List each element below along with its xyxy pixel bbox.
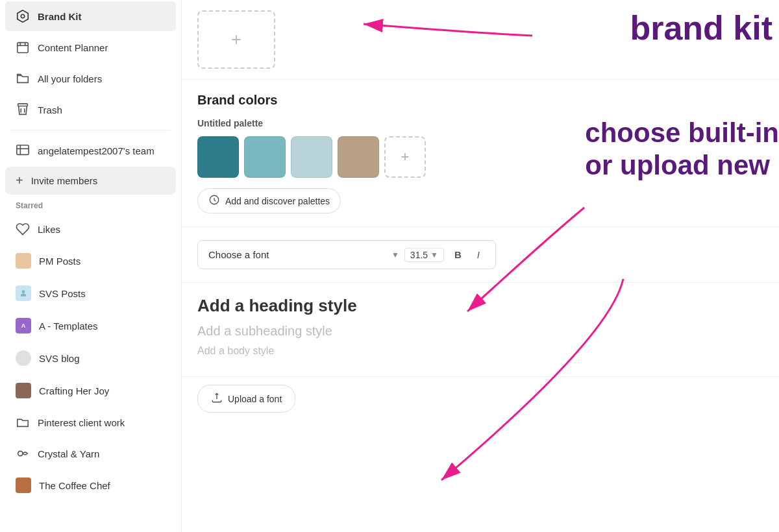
starred-section-label: Starred <box>0 196 181 213</box>
palette-discover-icon <box>208 194 220 208</box>
crafting-her-joy-avatar <box>16 383 31 398</box>
content-planner-icon <box>16 40 30 54</box>
heart-icon <box>16 222 30 236</box>
svg-point-12 <box>18 451 23 455</box>
add-palette-button[interactable]: Add and discover palettes <box>197 188 341 213</box>
swatch-teal-medium[interactable] <box>244 136 286 178</box>
brand-colors-section: Brand colors Untitled palette + Add and … <box>182 80 779 227</box>
sidebar-team-label: angelatempest2007's team <box>38 145 155 156</box>
sidebar-invite-members[interactable]: + Invite members <box>5 167 176 195</box>
font-size-chevron-icon: ▼ <box>430 250 438 260</box>
sidebar-a-templates-label: A - Templates <box>39 320 98 332</box>
sidebar-pm-posts-label: PM Posts <box>39 256 80 267</box>
sidebar-item-likes[interactable]: Likes <box>5 214 176 244</box>
sidebar-crystal-label: Crystal & Yarn <box>38 448 99 459</box>
typography-section: Add a heading style Add a subheading sty… <box>182 283 779 377</box>
sidebar-item-a-templates[interactable]: A A - Templates <box>5 310 176 341</box>
sidebar-item-trash[interactable]: Trash <box>5 95 176 125</box>
svg-rect-5 <box>18 104 28 106</box>
folders-icon <box>16 71 30 86</box>
sidebar-pinterest-label: Pinterest client work <box>38 417 125 428</box>
font-size-selector[interactable]: 31.5 ▼ <box>404 248 444 262</box>
sidebar-item-content-planner[interactable]: Content Planner <box>5 32 176 62</box>
sidebar-svs-blog-label: SVS blog <box>39 353 80 364</box>
pinterest-folder-icon <box>16 415 30 429</box>
sidebar-item-pm-posts[interactable]: PM Posts <box>5 245 176 276</box>
subheading-style-preview[interactable]: Add a subheading style <box>197 324 763 339</box>
a-templates-avatar: A <box>16 318 31 333</box>
svs-posts-avatar <box>16 285 31 301</box>
trash-icon <box>16 103 30 117</box>
sidebar-trash-label: Trash <box>38 104 62 115</box>
sidebar-crafting-label: Crafting Her Joy <box>39 385 109 396</box>
svs-blog-avatar <box>16 350 31 366</box>
svg-rect-8 <box>17 145 29 155</box>
svg-point-0 <box>21 14 25 18</box>
sidebar-item-crafting-her-joy[interactable]: Crafting Her Joy <box>5 375 176 406</box>
sidebar-likes-label: Likes <box>38 224 60 235</box>
add-palette-label: Add and discover palettes <box>225 196 330 206</box>
plus-icon: + <box>16 173 23 188</box>
svg-point-11 <box>22 290 25 293</box>
font-picker-section: Choose a font ▼ 31.5 ▼ B I <box>182 227 779 283</box>
bold-button[interactable]: B <box>449 247 467 262</box>
brand-kit-icon <box>16 9 30 23</box>
upload-font-label: Upload a font <box>228 394 282 404</box>
sidebar-item-coffee-chef[interactable]: The Coffee Chef <box>5 470 176 501</box>
swatch-teal-dark[interactable] <box>197 136 239 178</box>
italic-button[interactable]: I <box>472 247 485 262</box>
add-card-area: + <box>182 0 779 80</box>
sidebar-invite-label: Invite members <box>31 175 98 186</box>
font-size-value: 31.5 <box>410 250 428 260</box>
main-content: + Brand colors Untitled palette + Add an… <box>182 0 779 532</box>
add-card-plus-icon: + <box>231 29 241 50</box>
crystal-yarn-icon <box>16 446 30 461</box>
sidebar-item-crystal-yarn[interactable]: Crystal & Yarn <box>5 439 176 468</box>
body-style-preview[interactable]: Add a body style <box>197 345 763 357</box>
sidebar-content-planner-label: Content Planner <box>38 42 108 53</box>
team-icon <box>16 143 30 158</box>
sidebar-item-brand-kit[interactable]: Brand Kit <box>5 1 176 31</box>
coffee-chef-avatar <box>16 478 31 493</box>
sidebar-item-all-folders[interactable]: All your folders <box>5 64 176 93</box>
svg-rect-1 <box>18 43 29 53</box>
sidebar-item-svs-posts[interactable]: SVS Posts <box>5 278 176 309</box>
sidebar-item-svs-blog[interactable]: SVS blog <box>5 343 176 374</box>
font-picker-row: Choose a font ▼ 31.5 ▼ B I <box>197 240 496 269</box>
sidebar-brand-kit-label: Brand Kit <box>38 11 82 22</box>
brand-colors-title: Brand colors <box>197 93 763 108</box>
sidebar: Brand Kit Content Planner All your folde… <box>0 0 182 532</box>
font-picker-label: Choose a font <box>208 249 386 260</box>
sidebar-svs-posts-label: SVS Posts <box>39 288 86 299</box>
font-picker-chevron-icon[interactable]: ▼ <box>391 250 399 260</box>
color-swatches-row: + <box>197 136 763 178</box>
sidebar-all-folders-label: All your folders <box>38 73 102 84</box>
upload-font-icon <box>211 392 223 405</box>
swatch-teal-light[interactable] <box>291 136 332 178</box>
sidebar-item-pinterest[interactable]: Pinterest client work <box>5 407 176 437</box>
pm-posts-avatar <box>16 253 31 269</box>
upload-font-button[interactable]: Upload a font <box>197 385 295 413</box>
palette-name: Untitled palette <box>197 118 763 128</box>
swatch-tan[interactable] <box>338 136 379 178</box>
add-swatch-button[interactable]: + <box>384 136 426 178</box>
sidebar-item-team[interactable]: angelatempest2007's team <box>5 136 176 165</box>
heading-style-preview[interactable]: Add a heading style <box>197 296 763 316</box>
sidebar-coffee-label: The Coffee Chef <box>39 480 110 491</box>
add-brand-kit-card[interactable]: + <box>197 10 275 69</box>
